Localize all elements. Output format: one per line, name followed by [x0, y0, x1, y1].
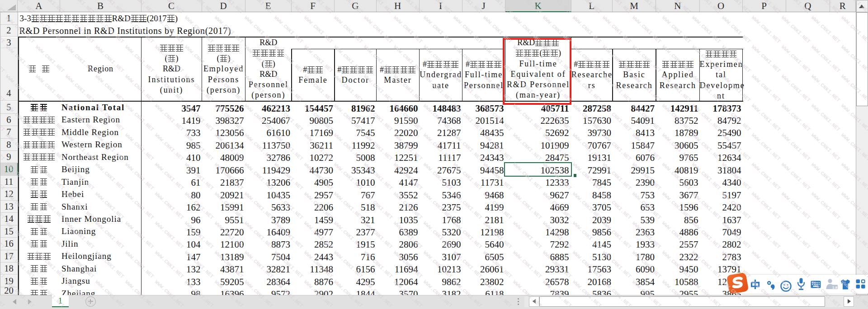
svg-text:WWW.CNKI.NET: WWW.CNKI.NET: [750, 44, 782, 74]
svg-text:WWW.CNKI.NET: WWW.CNKI.NET: [721, 14, 752, 44]
svg-text:WWW.CNKI.NET: WWW.CNKI.NET: [571, 14, 603, 44]
svg-text:WWW.CNKI.NET: WWW.CNKI.NET: [780, 132, 812, 162]
svg-text:WWW.CNKI.NET: WWW.CNKI.NET: [94, 161, 126, 191]
svg-text:WWW.CNKI.NET: WWW.CNKI.NET: [810, 161, 842, 191]
svg-text:WWW.CNKI.NET: WWW.CNKI.NET: [452, 14, 484, 44]
svg-text:1:8: 1:8: [832, 286, 837, 290]
svg-text:WWW.CNKI.NET: WWW.CNKI.NET: [810, 14, 842, 44]
svg-text:WWW.CNKI.NET: WWW.CNKI.NET: [810, 132, 842, 162]
svg-text:WWW.CNKI.NET: WWW.CNKI.NET: [691, 14, 722, 44]
svg-text:WWW.CNKI.NET: WWW.CNKI.NET: [780, 191, 812, 220]
svg-text:WWW.CNKI.NET: WWW.CNKI.NET: [780, 161, 812, 191]
svg-text:WWW.CNKI.NET: WWW.CNKI.NET: [810, 191, 842, 220]
svg-text:WWW.CNKI.NET: WWW.CNKI.NET: [810, 220, 842, 250]
svg-text:WWW.CNKI.NET: WWW.CNKI.NET: [780, 44, 812, 74]
svg-text:WWW.CNKI.NET: WWW.CNKI.NET: [750, 220, 782, 250]
svg-text:WWW.CNKI.NET: WWW.CNKI.NET: [810, 44, 842, 74]
svg-text:WWW.CNKI.NET: WWW.CNKI.NET: [333, 14, 364, 44]
svg-text:WWW.CNKI.NET: WWW.CNKI.NET: [601, 14, 633, 44]
svg-text:WWW.CNKI.NET: WWW.CNKI.NET: [303, 14, 335, 44]
svg-text:WWW.CNKI.NET: WWW.CNKI.NET: [810, 103, 842, 132]
svg-text:WWW.CNKI.NET: WWW.CNKI.NET: [750, 103, 782, 132]
svg-text:WWW.CNKI.NET: WWW.CNKI.NET: [750, 73, 782, 103]
svg-text:WWW.CNKI.NET: WWW.CNKI.NET: [810, 73, 842, 103]
svg-text:WWW.CNKI.NET: WWW.CNKI.NET: [631, 14, 663, 44]
svg-text:WWW.CNKI.NET: WWW.CNKI.NET: [750, 132, 782, 162]
svg-text:WWW.CNKI.NET: WWW.CNKI.NET: [780, 73, 812, 103]
svg-text:WWW.CNKI.NET: WWW.CNKI.NET: [392, 14, 424, 44]
svg-text:WWW.CNKI.NET: WWW.CNKI.NET: [750, 191, 782, 220]
svg-text:WWW.CNKI.NET: WWW.CNKI.NET: [363, 14, 394, 44]
svg-text:WWW.CNKI.NET: WWW.CNKI.NET: [780, 14, 812, 44]
svg-text:WWW.CNKI.NET: WWW.CNKI.NET: [422, 14, 454, 44]
svg-text:WWW.CNKI.NET: WWW.CNKI.NET: [780, 103, 812, 132]
svg-text:WWW.CNKI.NET: WWW.CNKI.NET: [780, 220, 812, 250]
svg-text:WWW.CNKI.NET: WWW.CNKI.NET: [750, 161, 782, 191]
svg-text:WWW.CNKI.NET: WWW.CNKI.NET: [750, 14, 782, 44]
svg-text:WWW.CNKI.NET: WWW.CNKI.NET: [661, 14, 693, 44]
